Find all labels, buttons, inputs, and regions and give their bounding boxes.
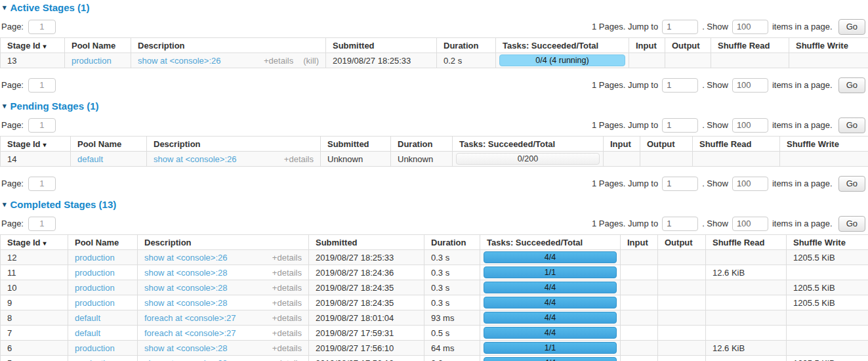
description-link[interactable]: show at <console>:28 [144,268,227,278]
go-button[interactable]: Go [838,117,865,133]
jump-to-page-input[interactable] [662,177,698,191]
col-header-shuffle-write[interactable]: Shuffle Write [787,235,868,250]
col-header-tasks[interactable]: Tasks: Succeeded/Total [453,137,604,152]
col-header-stage-id[interactable]: Stage Id▾ [1,38,65,53]
col-header-stage-id[interactable]: Stage Id▾ [1,137,71,152]
pool-name-link[interactable]: production [75,298,115,308]
show-items-input[interactable] [732,118,768,133]
page-number-input[interactable] [28,78,56,93]
go-button[interactable]: Go [838,77,865,93]
col-header-duration[interactable]: Duration [437,38,496,53]
col-header-description[interactable]: Description [147,137,321,152]
col-header-duration[interactable]: Duration [391,137,453,152]
collapse-arrow-icon: ▾ [3,4,7,11]
description-link[interactable]: show at <console>:28 [144,343,227,353]
show-items-input[interactable] [732,177,768,191]
col-header-shuffle-read[interactable]: Shuffle Read [706,235,787,250]
tasks-cell: 0/4 (4 running) [496,53,629,68]
details-toggle[interactable]: +details [272,313,302,323]
description-link[interactable]: show at <console>:28 [144,358,227,361]
show-items-input[interactable] [732,217,768,231]
details-toggle[interactable]: +details [272,328,302,338]
details-toggle[interactable]: +details [264,56,293,66]
details-toggle[interactable]: +details [272,343,302,353]
col-header-output[interactable]: Output [658,235,706,250]
show-items-input[interactable] [732,78,768,93]
details-toggle[interactable]: +details [272,358,302,361]
col-header-input[interactable]: Input [604,137,640,152]
col-header-input[interactable]: Input [621,235,658,250]
show-text: . Show [702,219,728,228]
col-header-tasks[interactable]: Tasks: Succeeded/Total [480,235,621,250]
duration-cell: 0.2 s [424,356,480,361]
col-header-submitted[interactable]: Submitted [321,137,391,152]
col-header-shuffle-read[interactable]: Shuffle Read [693,137,780,152]
col-header-tasks[interactable]: Tasks: Succeeded/Total [496,38,629,53]
description-link[interactable]: show at <console>:28 [144,283,227,293]
pool-name-link[interactable]: default [75,313,100,323]
col-header-output[interactable]: Output [640,137,693,152]
pool-name-link[interactable]: production [75,358,115,361]
shuffle-read-cell [711,53,789,68]
page-number-input[interactable] [28,20,56,34]
tasks-cell: 4/4 [480,250,621,265]
col-header-pool-name[interactable]: Pool Name [71,137,147,152]
col-header-description[interactable]: Description [138,235,309,250]
input-cell [621,250,658,265]
tasks-progress-bar: 4/4 [484,297,617,308]
shuffle-read-cell [706,356,787,361]
col-header-submitted[interactable]: Submitted [309,235,424,250]
pool-name-link[interactable]: production [75,283,115,293]
pool-name-cell: default [68,310,138,326]
pool-name-link[interactable]: production [75,268,115,278]
kill-link[interactable]: (kill) [303,56,319,66]
col-header-description[interactable]: Description [131,38,326,53]
show-items-input[interactable] [732,20,768,34]
pool-name-link[interactable]: default [75,328,100,338]
completed-stages-header[interactable]: ▾ Completed Stages (13) [3,199,868,210]
go-button[interactable]: Go [838,216,865,232]
description-link[interactable]: show at <console>:26 [144,253,227,263]
details-toggle[interactable]: +details [272,268,302,278]
active-stages-table: Stage Id▾ Pool Name Description Submitte… [0,37,868,68]
col-header-shuffle-read[interactable]: Shuffle Read [711,38,789,53]
jump-to-page-input[interactable] [662,118,698,133]
description-link[interactable]: show at <console>:26 [154,154,236,164]
pool-name-link[interactable]: default [77,154,103,164]
go-button[interactable]: Go [838,19,865,35]
col-header-shuffle-write[interactable]: Shuffle Write [789,38,868,53]
pending-stages-header[interactable]: ▾ Pending Stages (1) [3,100,868,112]
description-link[interactable]: show at <console>:28 [144,298,227,308]
pages-count-text: 1 Pages. Jump to [592,219,658,228]
col-header-stage-id[interactable]: Stage Id▾ [1,235,68,250]
description-link[interactable]: foreach at <console>:27 [144,313,236,323]
description-link[interactable]: foreach at <console>:27 [144,328,236,338]
go-button[interactable]: Go [838,176,865,192]
shuffle-write-cell: 1205.5 KiB [787,356,868,361]
submitted-cell: 2019/08/27 17:59:31 [309,326,424,341]
pool-name-link[interactable]: production [72,56,112,66]
page-number-input[interactable] [28,217,56,231]
details-toggle[interactable]: +details [272,253,302,263]
jump-to-page-input[interactable] [662,217,698,231]
col-header-shuffle-write[interactable]: Shuffle Write [780,137,868,152]
col-header-duration[interactable]: Duration [424,235,480,250]
col-header-pool-name[interactable]: Pool Name [68,235,138,250]
jump-to-page-input[interactable] [662,78,698,93]
page-number-input[interactable] [28,177,56,191]
col-header-submitted[interactable]: Submitted [326,38,437,53]
details-toggle[interactable]: +details [284,154,314,164]
details-toggle[interactable]: +details [272,283,302,293]
pool-name-link[interactable]: production [75,253,115,263]
shuffle-write-cell: 1205.5 KiB [787,295,868,310]
col-header-input[interactable]: Input [629,38,665,53]
jump-to-page-input[interactable] [662,20,698,34]
page-number-input[interactable] [28,118,56,133]
details-toggle[interactable]: +details [272,298,302,308]
pool-name-link[interactable]: production [75,343,115,353]
col-header-output[interactable]: Output [665,38,711,53]
duration-cell: 0.3 s [424,265,480,280]
active-stages-header[interactable]: ▾ Active Stages (1) [3,2,868,13]
col-header-pool-name[interactable]: Pool Name [65,38,131,53]
description-link[interactable]: show at <console>:26 [138,56,220,66]
